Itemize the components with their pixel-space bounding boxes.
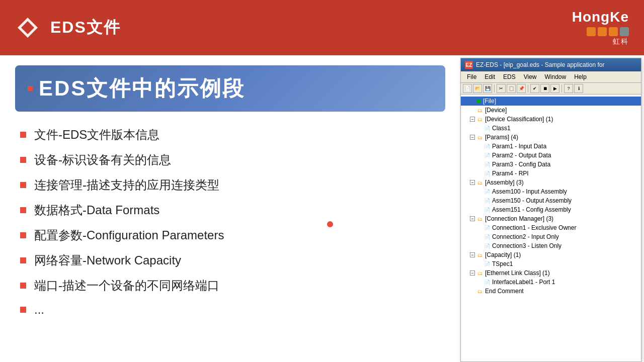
tree-label: [Device Classification] (1) <box>485 116 553 123</box>
toolbar-paste[interactable]: 📌 <box>517 84 526 93</box>
list-container: 文件-EDS文件版本信息 设备-标识设备有关的信息 连接管理-描述支持的应用连接… <box>15 127 445 317</box>
tree-item[interactable]: −🗂[Ethernet Link Class] (1) <box>461 268 641 278</box>
tree-item[interactable]: 📄Connection2 - Input Only <box>461 232 641 241</box>
list-item: 端口-描述一个设备的不同网络端口 <box>20 278 445 294</box>
tree-item[interactable]: 📄Assem150 - Output Assembly <box>461 196 641 205</box>
tree-icon-file: 📄 <box>484 143 491 150</box>
header-left: EDS文件 <box>15 15 121 40</box>
tree-item[interactable]: 📄Param4 - RPI <box>461 169 641 178</box>
tree-label: Param4 - RPI <box>492 170 529 177</box>
header-right: HongKe 虹科 <box>572 9 629 46</box>
list-bullet <box>20 182 26 188</box>
toolbar-cut[interactable]: ✂ <box>497 84 506 93</box>
tree-label: Connection1 - Exclusive Owner <box>492 224 576 231</box>
ez-eds-window: EZ EZ-EDS - [eip_goal.eds - Sample appli… <box>460 58 641 362</box>
tree-item[interactable]: −🗂[Connection Manager] (3) <box>461 214 641 223</box>
tree-item[interactable]: 📄Param1 - Input Data <box>461 142 641 151</box>
tree-icon-file: 📄 <box>484 188 491 195</box>
tree-icon-file: 📄 <box>484 242 491 249</box>
tree-toggle-minus[interactable]: − <box>470 252 475 257</box>
dot-3 <box>609 27 618 36</box>
menu-item-view[interactable]: View <box>521 72 540 81</box>
tree-item[interactable]: 📄Param3 - Config Data <box>461 160 641 169</box>
list-text: 连接管理-描述支持的应用连接类型 <box>34 177 219 193</box>
toolbar-stop[interactable]: ⏹ <box>540 84 549 93</box>
window-menubar[interactable]: FileEditEDSViewWindowHelp <box>461 71 641 83</box>
list-bullet <box>20 132 26 138</box>
menu-item-edit[interactable]: Edit <box>481 72 498 81</box>
tree-icon-file: 📄 <box>484 197 491 204</box>
tree-icon-folder: 🗂 <box>476 269 484 277</box>
window-tree[interactable]: [File]🗂[Device]−🗂[Device Classification]… <box>461 95 641 361</box>
tree-item[interactable]: 📄Param2 - Output Data <box>461 151 641 160</box>
tree-item[interactable]: 📄TSpec1 <box>461 259 641 268</box>
tree-label: Connection3 - Listen Only <box>492 242 561 249</box>
tree-label: [Connection Manager] (3) <box>485 215 553 222</box>
tree-icon-file: 📄 <box>484 152 491 159</box>
toolbar-help[interactable]: ? <box>564 84 573 93</box>
tree-icon-file: 📄 <box>484 170 491 177</box>
list-bullet <box>20 283 26 289</box>
hongke-sub: 虹科 <box>613 37 629 46</box>
window-toolbar: 📄 📂 💾 ✂ 📋 📌 ✔ ⏹ ▶ ? ℹ <box>461 83 641 95</box>
tree-item[interactable]: −🗂[Params] (4) <box>461 133 641 142</box>
menu-item-file[interactable]: File <box>464 72 479 81</box>
list-text: 端口-描述一个设备的不同网络端口 <box>34 278 219 294</box>
toolbar-copy[interactable]: 📋 <box>507 84 516 93</box>
tree-item[interactable]: 🗂End Comment <box>461 287 641 296</box>
toolbar-open[interactable]: 📂 <box>473 84 482 93</box>
toolbar-run[interactable]: ▶ <box>550 84 559 93</box>
list-item: 设备-标识设备有关的信息 <box>20 152 445 168</box>
tree-item[interactable]: 📄InterfaceLabel1 - Port 1 <box>461 278 641 287</box>
tree-item[interactable]: 📄Connection3 - Listen Only <box>461 241 641 250</box>
section-title-bullet <box>28 86 33 91</box>
menu-item-window[interactable]: Window <box>542 72 570 81</box>
toolbar-new[interactable]: 📄 <box>463 84 472 93</box>
tree-label: [Capacity] (1) <box>485 251 521 258</box>
tree-label: TSpec1 <box>492 260 513 267</box>
tree-toggle-minus[interactable]: − <box>470 216 475 221</box>
tree-label: Class1 <box>492 125 511 132</box>
hongke-text: HongKe <box>572 9 629 25</box>
tree-toggle-minus[interactable]: − <box>470 135 475 140</box>
list-text: 设备-标识设备有关的信息 <box>34 152 171 168</box>
tree-label: Assem150 - Output Assembly <box>492 197 572 204</box>
tree-item[interactable]: 📄Class1 <box>461 124 641 133</box>
tree-toggle-minus[interactable]: − <box>470 270 475 276</box>
tree-item[interactable]: −🗂[Assembly] (3) <box>461 178 641 187</box>
tree-item[interactable]: 📄Assem100 - Input Assembly <box>461 187 641 196</box>
toolbar-sep-1 <box>494 84 495 93</box>
dot-1 <box>587 27 596 36</box>
toolbar-validate[interactable]: ✔ <box>530 84 539 93</box>
tree-label: Assem151 - Config Assembly <box>492 206 571 213</box>
tree-icon-file: 📄 <box>484 161 491 168</box>
tree-item[interactable]: [File] <box>461 97 641 106</box>
list-text: 配置参数-Configuration Parameters <box>34 227 224 243</box>
tree-item[interactable]: 📄Connection1 - Exclusive Owner <box>461 223 641 232</box>
menu-item-eds[interactable]: EDS <box>500 72 519 81</box>
hongke-dots <box>587 27 629 36</box>
list-item: 文件-EDS文件版本信息 <box>20 127 445 143</box>
section-title-banner: EDS文件中的示例段 <box>15 65 445 112</box>
tree-item[interactable]: −🗂[Capacity] (1) <box>461 250 641 259</box>
list-text: 数据格式-Data Formats <box>34 202 159 218</box>
tree-toggle-minus[interactable]: − <box>470 117 475 122</box>
list-bullet <box>20 257 26 263</box>
tree-item[interactable]: −🗂[Device Classification] (1) <box>461 115 641 124</box>
tree-toggle-minus[interactable]: − <box>470 180 475 185</box>
dot-2 <box>598 27 607 36</box>
menu-item-help[interactable]: Help <box>571 72 590 81</box>
tree-icon-file: 📄 <box>484 279 491 286</box>
window-title: EZ-EDS - [eip_goal.eds - Sample applicat… <box>476 61 604 68</box>
list-item: ... <box>20 303 445 317</box>
toolbar-info[interactable]: ℹ <box>574 84 583 93</box>
tree-item[interactable]: 🗂[Device] <box>461 106 641 115</box>
tree-item[interactable]: 📄Assem151 - Config Assembly <box>461 205 641 214</box>
list-bullet <box>20 157 26 163</box>
toolbar-save[interactable]: 💾 <box>483 84 492 93</box>
tree-label: Assem100 - Input Assembly <box>492 188 567 195</box>
tree-label: [Ethernet Link Class] (1) <box>485 269 550 277</box>
toolbar-sep-2 <box>528 84 528 93</box>
tree-icon-green-dot <box>476 99 480 103</box>
tree-label: [File] <box>483 98 496 105</box>
